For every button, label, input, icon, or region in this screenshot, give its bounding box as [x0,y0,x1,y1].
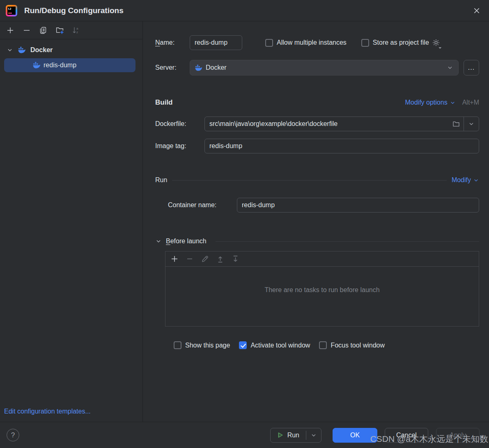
chevron-down-icon[interactable] [155,238,162,245]
run-options-chevron-icon[interactable] [306,428,321,442]
allow-multiple-instances-label: Allow multiple instances [277,39,347,46]
remove-icon[interactable] [22,26,31,35]
name-label: Name: [155,39,190,46]
dialog-title: Run/Debug Configurations [24,6,124,15]
tree-group-docker[interactable]: Docker [0,43,142,57]
move-down-icon[interactable] [231,255,239,263]
server-label: Server: [155,64,190,71]
remove-icon[interactable] [186,255,194,263]
store-as-project-file-checkbox[interactable]: Store as project file [361,39,429,47]
modify-options-link[interactable]: Modify options [405,99,455,106]
apply-button[interactable]: Apply [436,428,480,443]
run-section-title: Run [155,176,167,184]
run-debug-configurations-dialog: IJ Run/Debug Configurations [0,0,489,448]
image-tag-label: Image tag: [155,142,204,150]
help-icon[interactable]: ? [7,429,19,441]
chevron-down-icon[interactable] [7,47,13,53]
checkbox-box [361,39,369,47]
configuration-form: Name: Allow multiple instances Store as … [143,21,489,422]
chevron-down-icon [450,100,456,106]
svg-text:a: a [76,27,78,30]
container-name-input[interactable] [237,198,479,213]
edit-templates-link[interactable]: Edit configuration templates... [0,408,142,422]
build-section-header: Build Modify options Alt+M [155,97,479,108]
configurations-toolbar: a z [0,21,142,39]
docker-whale-icon [33,62,40,69]
intellij-logo: IJ [6,5,17,16]
tree-item-label: redis-dump [44,62,76,69]
image-tag-input[interactable] [204,139,479,153]
build-section-title: Build [155,98,173,107]
checkbox-box [319,341,327,349]
show-this-page-checkbox[interactable]: Show this page [174,341,230,349]
docker-whale-icon [18,46,25,54]
add-icon[interactable] [170,255,179,263]
move-up-icon[interactable] [216,255,224,263]
name-input[interactable] [190,35,242,50]
run-split-button: Run [270,428,321,443]
server-select[interactable]: Docker [190,60,459,75]
configurations-sidebar: a z [0,21,143,422]
allow-multiple-instances-checkbox[interactable]: Allow multiple instances [265,39,347,47]
dockerfile-label: Dockerfile: [155,120,204,128]
chevron-down-icon [447,64,453,71]
activate-tool-window-checkbox[interactable]: Activate tool window [239,341,310,349]
ok-button[interactable]: OK [333,428,377,443]
dialog-footer: ? Run OK Cancel Apply CSDN @a木木永远是个未知数 [0,422,489,448]
before-launch-empty-text: There are no tasks to run before launch [264,286,379,326]
run-section-header: Run Modify [155,175,479,185]
titlebar: IJ Run/Debug Configurations [0,0,489,21]
cancel-button[interactable]: Cancel [385,428,428,443]
chevron-down-icon [473,177,479,183]
dockerfile-dropdown-chevron-icon[interactable] [464,117,479,131]
focus-tool-window-checkbox[interactable]: Focus tool window [319,341,385,349]
server-selected-value: Docker [206,64,443,71]
server-browse-button[interactable]: ... [464,60,479,75]
svg-text:z: z [76,30,78,34]
before-launch-header: Before launch [155,236,479,247]
close-icon[interactable] [471,5,482,16]
before-launch-toolbar [165,251,479,267]
add-icon[interactable] [6,26,15,35]
checkbox-box [265,39,273,47]
divider [216,241,479,242]
container-name-label: Container name: [168,201,224,209]
before-launch-title: Before launch [166,238,207,245]
store-as-project-file-label: Store as project file [373,39,429,46]
dockerfile-field [204,117,479,131]
configurations-tree: Docker redis-dump [0,39,142,408]
new-folder-icon[interactable] [55,26,64,35]
gear-icon[interactable] [432,39,440,47]
dockerfile-input[interactable] [205,117,449,131]
docker-whale-icon [195,64,202,71]
modify-options-shortcut: Alt+M [462,99,479,106]
sort-alpha-icon[interactable]: a z [71,26,80,35]
page-options-row: Show this page Activate tool window Focu… [174,341,479,349]
edit-pencil-icon[interactable] [201,255,209,263]
tree-group-label: Docker [30,46,53,54]
tree-item-redis-dump[interactable]: redis-dump [4,58,135,72]
run-modify-link[interactable]: Modify [452,176,479,184]
checkbox-box [174,341,181,349]
copy-icon[interactable] [39,26,48,35]
play-icon [277,432,284,439]
checkbox-box [239,341,247,349]
before-launch-panel: There are no tasks to run before launch [165,251,479,327]
divider [172,180,447,181]
folder-icon[interactable] [449,117,464,131]
run-button[interactable]: Run [271,428,306,442]
